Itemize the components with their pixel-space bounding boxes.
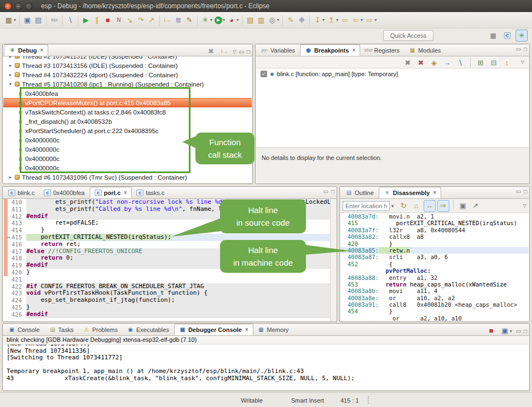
save-icon[interactable]: ▣ — [22, 15, 33, 26]
disassembly-line[interactable]: 415 portEXIT_CRITICAL_NESTED(irqStatus) — [340, 220, 529, 226]
new-wizard-icon[interactable]: ▩▾ — [3, 15, 17, 26]
disassembly-line[interactable]: 452 { — [340, 261, 529, 267]
debug-thread-row[interactable]: ▸Thread #6 1073431096 (Tmr Svc) (Suspend… — [3, 173, 252, 182]
debug-icon[interactable]: ✳▾ — [200, 15, 213, 26]
expander-icon[interactable]: ▸ — [8, 72, 13, 77]
debug-stack-frame-row[interactable]: ≡_frxt_dispatch() at 0x4008532b — [3, 117, 252, 126]
export-icon[interactable]: ↗ — [470, 200, 481, 212]
code-line-423[interactable]: 423void vPortFirstTaskHook(TaskFunction_… — [3, 290, 336, 297]
breakpoint-checkbox[interactable]: ✓ — [261, 71, 267, 77]
collapse-all-icon[interactable]: ⊟ — [488, 58, 499, 68]
breakpoint-row[interactable]: ✓ ◉ blink.c [function: app_main] [type: … — [256, 68, 529, 79]
close-icon[interactable]: × — [124, 190, 127, 196]
annotations-icon[interactable]: ❉ — [296, 15, 307, 26]
remove-all-terminated-icon[interactable]: ✖ — [205, 46, 216, 57]
terminate-icon[interactable]: ■ — [102, 15, 113, 26]
step-filters-icon[interactable]: ≣ — [173, 15, 184, 26]
debug-stack-frame-row[interactable]: ≡0x4000bfea — [3, 89, 252, 98]
last-edit-location-icon[interactable]: ↧▾ — [312, 15, 326, 26]
previous-edit-icon[interactable]: ↥▾ — [326, 15, 339, 26]
refresh-view-icon[interactable]: ↻ — [398, 200, 409, 212]
open-perspective-icon[interactable]: ▦ — [487, 30, 499, 42]
minimize-icon[interactable]: ▭ — [516, 328, 521, 334]
disassembly-line[interactable]: or a2, a10, a10 — [340, 315, 529, 321]
run-icon[interactable]: ▶▾ — [213, 15, 226, 25]
disassembly-line[interactable]: 453 return heap_caps_malloc(xWantedSize — [340, 281, 529, 288]
tab-blink-c[interactable]: cblink.c — [4, 187, 39, 198]
copy-icon[interactable]: ▣ — [458, 200, 469, 212]
debug-thread-row[interactable]: ▸Thread #4 1073432224 (dport) (Suspended… — [3, 70, 252, 79]
disassembly-line[interactable]: ▷40083a85: retw.n — [340, 247, 529, 254]
mark-occurrences-icon[interactable]: ✎ — [285, 15, 296, 26]
disassembly-line[interactable]: 40083a82: callx8 a8 — [340, 233, 529, 240]
close-icon[interactable]: × — [40, 47, 43, 53]
step-over-icon[interactable]: ↷ — [135, 15, 146, 26]
expander-icon[interactable]: ▸ — [8, 56, 13, 59]
disassembly-line[interactable]: 40083a7d: movi.n a2, 1 — [340, 213, 529, 220]
debug-stack-frame-row[interactable]: ≡vTaskSwitchContext() at tasks.c:2,846 0… — [3, 107, 252, 117]
profile-icon[interactable]: ◕▾ — [226, 15, 240, 26]
editor-scrollbar[interactable] — [330, 199, 336, 321]
close-icon[interactable]: × — [245, 326, 248, 333]
open-type-icon[interactable]: ▤ — [245, 15, 256, 26]
view-menu-icon[interactable]: ▽ — [523, 203, 527, 208]
tab-registers[interactable]: 1010Registers — [360, 44, 404, 56]
maximize-icon[interactable]: □ — [247, 49, 250, 55]
code-line-425[interactable]: 425} — [3, 304, 336, 311]
show-breakpoints-supported-icon[interactable]: ◈ — [429, 58, 440, 68]
debug-perspective-icon[interactable]: ✳ — [516, 30, 528, 42]
tab-variables[interactable]: (x)=Variables — [257, 44, 300, 56]
binary-console-icon[interactable]: 010 — [49, 15, 60, 26]
tab-modules[interactable]: ▦Modules — [404, 44, 446, 56]
disassembly-line[interactable]: 40083a87: srli a3, a0, 6 — [340, 254, 529, 260]
debug-stack-frame-row[interactable]: ≡vPortCPUReleaseMutex() at port.c:415 0x… — [3, 98, 252, 107]
code-line-424[interactable]: 424 esp_set_breakpoint_if_jtag(function)… — [3, 297, 336, 304]
disassembly-line[interactable]: 40083a8b: movi a11, 4 — [340, 288, 529, 294]
tab-disassembly[interactable]: ≡Disassembly× — [379, 187, 441, 198]
tab-console[interactable]: ▣Console — [4, 324, 44, 335]
console-output[interactable]: [New Thread 1073468744][New Thread 10734… — [3, 345, 529, 390]
open-console-icon[interactable]: ▣▾ — [499, 325, 513, 336]
minimize-icon[interactable]: ▭ — [323, 188, 328, 194]
tab-0x4000bfea[interactable]: c0x4000bfea — [39, 187, 90, 198]
disassembly-line[interactable]: 454 } — [340, 308, 529, 314]
tab-debug[interactable]: ✳Debug× — [4, 44, 48, 56]
disassembly-content[interactable]: 40083a7d: movi.n a2, 1415 portEXIT_CRITI… — [340, 213, 529, 321]
code-line-421[interactable]: 421 — [3, 276, 336, 283]
instruction-stepping-icon[interactable]: i→ — [162, 15, 173, 26]
debug-thread-row[interactable]: ▸Thread #2 1073411312 (IDLE) (Suspended … — [3, 56, 252, 61]
back-icon[interactable]: ⇦ — [339, 15, 350, 26]
maximize-icon[interactable]: □ — [524, 328, 527, 334]
code-line-426[interactable]: 426#endif — [3, 311, 336, 318]
disassembly-line[interactable]: 40083a7f: l32r a8, 0x40080544 — [340, 227, 529, 233]
step-return-icon[interactable]: ↗ — [146, 15, 157, 26]
expander-icon[interactable]: ▸ — [8, 63, 13, 68]
disassembly-line[interactable]: 420 } — [340, 240, 529, 247]
go-to-file-icon[interactable]: → — [442, 58, 453, 68]
track-expression-icon[interactable]: ⇒ — [437, 200, 449, 212]
tab-breakpoints[interactable]: ◉Breakpoints× — [300, 44, 360, 56]
edit-filters-icon[interactable]: ✎ — [184, 15, 195, 26]
minimize-icon[interactable]: ▭ — [516, 188, 521, 194]
close-icon[interactable]: × — [352, 47, 356, 53]
forward-icon[interactable]: ⇨▾ — [364, 15, 378, 26]
disassembly-line[interactable]: 40083a88: entry a1, 32 — [340, 274, 529, 281]
skip-all-icon[interactable]: ∖ — [455, 58, 466, 68]
tab-tasks-c[interactable]: ctasks.c — [132, 187, 169, 198]
view-menu-icon[interactable]: ▽ — [521, 60, 524, 65]
expand-all-icon[interactable]: ⊞ — [475, 58, 486, 68]
maximize-icon[interactable]: □ — [331, 188, 334, 194]
quick-access-button[interactable]: Quick Access — [383, 30, 433, 41]
link-with-debug-icon[interactable]: ↕ — [501, 58, 512, 68]
minimize-icon[interactable]: ▭ — [516, 46, 521, 52]
open-resource-icon[interactable]: ▥ — [256, 15, 267, 26]
close-icon[interactable]: × — [433, 190, 436, 196]
debug-thread-row[interactable]: ▾Thread #5 1073410208 (ipc1 : Running) (… — [3, 79, 252, 89]
tab-debugger-console[interactable]: ▣Debugger Console× — [174, 324, 253, 335]
tab-problems[interactable]: ⚠Problems — [78, 324, 122, 335]
instruction-stepping-toggle-icon[interactable]: i→ — [219, 46, 230, 57]
minimize-icon[interactable]: ▭ — [239, 49, 244, 55]
cpp-perspective-icon[interactable]: C — [501, 30, 513, 42]
debug-thread-row[interactable]: ▸Thread #3 1073413156 (IDLE) (Suspended … — [3, 61, 252, 70]
location-dropdown-icon[interactable]: ▾ — [391, 203, 394, 209]
